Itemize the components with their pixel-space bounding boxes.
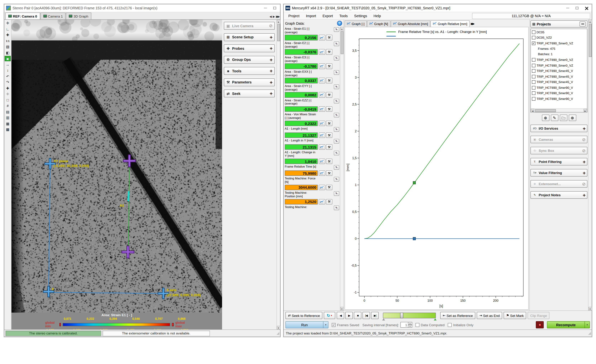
close-button[interactable] bbox=[582, 5, 591, 11]
a1-bottom-cross[interactable] bbox=[121, 245, 134, 258]
project-item[interactable]: TRIP_HCT690_Smer90_V bbox=[531, 90, 587, 96]
value-tools-button[interactable]: ⚒ bbox=[326, 49, 332, 55]
edit-project-button[interactable]: ✎ bbox=[551, 115, 558, 121]
menu-item-project[interactable]: Project bbox=[285, 12, 303, 20]
saving-interval-value[interactable]: 1 bbox=[400, 322, 408, 328]
clip-range-button[interactable]: Clip Range bbox=[528, 312, 550, 319]
graph-tab-3[interactable]: Graph Relative [mm] bbox=[431, 20, 469, 27]
run-dropdown-icon[interactable]: ▼ bbox=[323, 322, 328, 328]
overlay-green-icon[interactable]: ▣ bbox=[5, 56, 11, 61]
scroll-thumb[interactable] bbox=[535, 109, 556, 112]
selection-box-icon[interactable]: □ bbox=[5, 97, 11, 103]
set-as-reference-button[interactable]: ⇤ Set as Reference bbox=[440, 312, 475, 319]
edit-value-button[interactable]: ✎ bbox=[334, 70, 339, 75]
project-item[interactable]: DC05 bbox=[531, 29, 587, 35]
spin-up-icon[interactable]: ▲ bbox=[408, 322, 412, 325]
layout-1-icon[interactable]: ▤ bbox=[5, 109, 11, 114]
projects-header[interactable]: ▤ Projects bbox=[530, 20, 587, 28]
tab-camera-1[interactable]: Camera 1 bbox=[40, 13, 66, 19]
scroll-up-icon[interactable]: ▲ bbox=[277, 20, 280, 23]
resize-grip[interactable] bbox=[588, 332, 591, 335]
move-icon[interactable]: ✚ bbox=[5, 32, 11, 37]
edit-value-button[interactable]: ✎ bbox=[334, 42, 339, 46]
checkbox-icon[interactable] bbox=[448, 323, 452, 327]
project-item[interactable]: TRIP_HCT690_Smer45_V bbox=[531, 79, 587, 85]
project-checkbox[interactable] bbox=[532, 64, 536, 67]
tab-ref-camera-0[interactable]: REF: Camera 0 bbox=[5, 13, 40, 19]
value-filtering-section[interactable]: T#Value Filtering+ bbox=[530, 169, 587, 177]
project-checkbox[interactable] bbox=[532, 80, 536, 84]
resize-grip[interactable] bbox=[276, 332, 279, 335]
plot-value-button[interactable] bbox=[319, 133, 325, 138]
edit-value-button[interactable]: ✎ bbox=[334, 177, 339, 182]
value-tools-button[interactable]: ⚒ bbox=[326, 185, 332, 190]
edit-value-button[interactable]: ✎ bbox=[334, 139, 339, 144]
plot-value-button[interactable] bbox=[319, 199, 325, 204]
help-icon[interactable]: ? bbox=[337, 21, 342, 26]
grid-icon[interactable]: # bbox=[5, 103, 11, 109]
flip-vertical-icon[interactable]: ↕ bbox=[5, 68, 11, 73]
project-checkbox[interactable] bbox=[532, 91, 536, 95]
graph-tabs-more-icon[interactable]: ▶▶ bbox=[471, 22, 474, 27]
checkbox-icon[interactable] bbox=[415, 323, 419, 327]
record-button[interactable] bbox=[536, 321, 544, 328]
extensomet--section[interactable]: ⊕Extensomet...⊘ bbox=[530, 180, 587, 188]
value-tools-button[interactable]: ⚒ bbox=[326, 121, 332, 126]
seek-button[interactable]: ⇄Seek+ bbox=[224, 89, 275, 97]
project-item[interactable]: TRIP_HCT690_Smer45_V bbox=[531, 68, 587, 74]
spin-down-icon[interactable]: ▼ bbox=[408, 325, 412, 328]
slider-thumb[interactable] bbox=[400, 313, 403, 318]
scene-setup-button[interactable]: ⊞Scene Setup+ bbox=[224, 33, 275, 41]
maximize-button[interactable] bbox=[270, 5, 279, 11]
undo-icon[interactable]: ↶ bbox=[5, 74, 11, 79]
plot-value-button[interactable] bbox=[319, 144, 325, 150]
run-button[interactable]: Run ▼ bbox=[285, 321, 328, 328]
sync-box-section[interactable]: -S-Sync Box⊘ bbox=[530, 147, 587, 154]
project-item[interactable]: TRIP_HCT690_Smer45_V bbox=[531, 74, 587, 79]
play-backward-button[interactable]: ◀ bbox=[337, 312, 344, 319]
menu-item-import[interactable]: Import bbox=[303, 12, 319, 20]
project-item[interactable]: TRIP_HCT690_Smer0_VZ bbox=[531, 57, 587, 63]
edit-value-button[interactable]: ✎ bbox=[334, 113, 339, 118]
graph-tab-0[interactable]: Graph [-] bbox=[344, 20, 367, 27]
image-scrollbar[interactable]: ▲ ▼ bbox=[276, 20, 280, 329]
graph-tab-1[interactable]: Graph [N] bbox=[367, 20, 390, 27]
scroll-thumb[interactable] bbox=[589, 24, 591, 57]
project-checkbox[interactable] bbox=[532, 30, 536, 34]
saving-interval-spinner[interactable]: 1 ▲▼ bbox=[400, 322, 412, 328]
value-tools-button[interactable]: ⚒ bbox=[326, 199, 332, 204]
a1-top-cross[interactable] bbox=[123, 154, 136, 167]
cameras-section[interactable]: ▣Cameras⊘ bbox=[530, 136, 587, 143]
add-annotation-icon[interactable]: ✚ bbox=[5, 85, 11, 91]
value-tools-button[interactable]: ⚒ bbox=[326, 78, 332, 83]
loop-mode-button[interactable]: ↻ ▼ bbox=[324, 312, 335, 319]
project-checkbox[interactable] bbox=[532, 75, 536, 78]
scroll-right-icon[interactable]: ▶ bbox=[583, 109, 587, 112]
set-mark-button[interactable]: ⚑ Set Mark bbox=[504, 312, 526, 319]
a1-midpoint-marker[interactable] bbox=[128, 191, 129, 201]
camera-image-view[interactable]: XY plane [-0,102; 30,328; 0,000] 0 X axi… bbox=[11, 20, 222, 329]
plot-value-button[interactable] bbox=[319, 35, 325, 40]
scroll-down-icon[interactable]: ▼ bbox=[277, 326, 280, 329]
value-tools-button[interactable]: ⚒ bbox=[326, 144, 332, 150]
tab-last-icon[interactable]: ▶▶ bbox=[276, 15, 279, 18]
tools-button[interactable]: ■Tools+ bbox=[224, 67, 275, 75]
plot-value-button[interactable] bbox=[319, 49, 325, 55]
scroll-down-icon[interactable]: ▼ bbox=[340, 307, 344, 311]
value-tools-button[interactable]: ⚒ bbox=[326, 35, 332, 40]
media-icon[interactable]: ▩ bbox=[5, 127, 11, 132]
recompute-dropdown-icon[interactable]: ▼ bbox=[585, 322, 589, 328]
edit-value-button[interactable]: ✎ bbox=[334, 84, 339, 89]
menu-item-help[interactable]: Help bbox=[370, 12, 384, 20]
seek-last-button[interactable]: ▶| bbox=[371, 312, 379, 319]
checkbox-checked-icon[interactable] bbox=[332, 323, 335, 327]
project-item[interactable]: DC05_VZ2 bbox=[531, 35, 587, 40]
y-axis-line[interactable] bbox=[49, 166, 50, 290]
tab-3d-graph[interactable]: 3D Graph bbox=[66, 13, 91, 19]
graph-data-scrollbar[interactable]: ▲ ▼ bbox=[340, 27, 343, 311]
open-project-folder-button[interactable] bbox=[560, 115, 567, 121]
axes-icon[interactable]: ∟ bbox=[5, 26, 11, 32]
value-tools-button[interactable]: ⚒ bbox=[326, 92, 332, 97]
edit-value-button[interactable]: ✎ bbox=[334, 127, 339, 132]
project-item[interactable]: TRIP_HCT690_Smer0_VZ bbox=[531, 63, 587, 68]
